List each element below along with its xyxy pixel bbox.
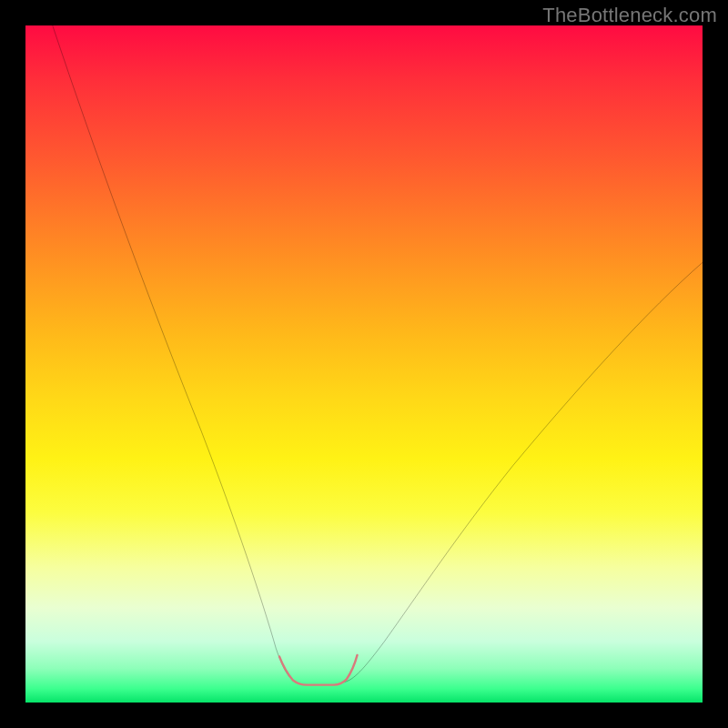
minimum-marker — [279, 655, 358, 685]
curve-overlay — [25, 25, 703, 703]
plot-area — [25, 25, 703, 703]
chart-frame: TheBottleneck.com — [0, 0, 728, 728]
watermark-text: TheBottleneck.com — [542, 4, 717, 27]
right-curve — [344, 262, 703, 682]
left-curve — [53, 25, 297, 682]
